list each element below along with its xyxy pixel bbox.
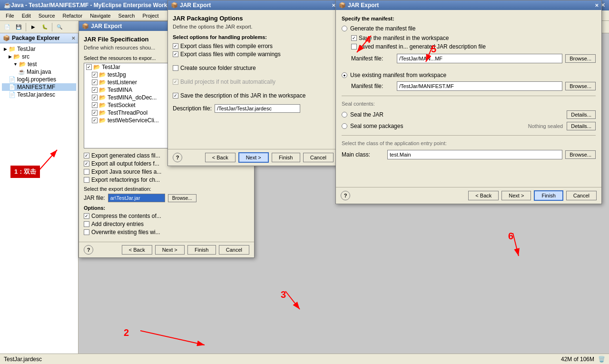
jar-dialog-1-footer: ? < Back Next > Finish Cancel (79, 242, 254, 257)
jar-dialog-3-cancel-btn[interactable]: Cancel (566, 191, 597, 200)
package-explorer-icon: 📦 (3, 35, 10, 41)
checkbox-save-description[interactable] (173, 93, 178, 98)
opt-compile-errors: Export class files with compile errors (173, 43, 334, 49)
menu-refactor[interactable]: Refactor (59, 12, 87, 20)
checkbox-testsocket[interactable] (92, 102, 98, 108)
checkbox-testjar[interactable] (86, 64, 92, 70)
jar-dialog-3-close[interactable]: ✕ (595, 3, 599, 8)
jar-dialog-2-back-btn[interactable]: < Back (205, 153, 236, 162)
jar-dialog-3-next-btn[interactable]: Next > (501, 191, 531, 200)
jar-dialog-1-next-btn[interactable]: Next > (155, 245, 185, 255)
tree-item-label: TestJar (17, 46, 36, 52)
status-bar: TestJar.jardesc 42M of 106M 🗑️ (0, 354, 609, 364)
checkbox-save-workspace[interactable] (351, 35, 357, 41)
toolbar-search[interactable]: 🔍 (54, 22, 65, 32)
toolbar-run[interactable]: ▶ (28, 22, 39, 32)
jar-dialog-1-help[interactable]: ? (84, 245, 93, 255)
checkbox-testwebservice[interactable] (92, 118, 98, 123)
jar-dialog-2-finish-btn[interactable]: Finish (272, 153, 300, 162)
tree-folder-icon: 📁 (9, 46, 16, 52)
menu-search[interactable]: Search (115, 12, 139, 20)
jar-browse-btn[interactable]: Browse... (168, 194, 196, 202)
manifest-file-input-2[interactable] (397, 81, 562, 91)
checkbox-output-folders[interactable] (84, 161, 89, 167)
main-class-browse-btn[interactable]: Browse... (565, 150, 596, 159)
jar-dialog-1-cancel-btn[interactable]: Cancel (219, 245, 249, 255)
description-file-input[interactable]: /TestJar/TestJar.jardesc (215, 104, 300, 113)
package-explorer-title: Package Explorer (12, 35, 60, 41)
package-explorer-tree: ▶ 📁 TestJar ▶ 📂 src ▼ 📂 test ☕ Main.java… (0, 43, 78, 354)
checkbox-create-source[interactable] (173, 65, 178, 71)
toolbar-new[interactable]: 📄 (2, 22, 12, 32)
checkbox-testmina[interactable] (92, 87, 98, 93)
toolbar-debug[interactable]: 🐛 (39, 22, 50, 32)
jar-dialog-3-titlebar: 📦 JAR Export ✕ (336, 0, 601, 10)
tree-item-main[interactable]: ☕ Main.java (2, 68, 76, 76)
manifest-file-input-1[interactable] (397, 54, 562, 63)
manifest-browse-btn-2[interactable]: Browse... (565, 82, 596, 90)
radio-seal-packages[interactable] (342, 123, 347, 129)
specify-manifest-label: Specify the manifest: (342, 16, 596, 21)
checkbox-directory[interactable] (84, 221, 89, 227)
menu-edit[interactable]: Edit (18, 12, 35, 20)
status-text: TestJar.jardesc (4, 356, 42, 363)
jar-dialog-1-back-btn[interactable]: < Back (122, 245, 152, 255)
checkbox-compress[interactable] (84, 213, 89, 219)
jar-dialog-2-close[interactable]: ✕ (332, 3, 335, 8)
checkbox-compile-warnings[interactable] (173, 51, 178, 57)
tree-item-testjar[interactable]: ▶ 📁 TestJar (2, 45, 76, 53)
package-explorer-close[interactable]: ✕ (71, 36, 75, 41)
menu-source[interactable]: Source (35, 12, 59, 20)
jar-file-input[interactable]: ar\TestJar.jar (108, 194, 165, 202)
tree-file-icon: 📄 (9, 84, 16, 90)
tree-item-log4j[interactable]: 📄 log4j.properties (2, 76, 76, 83)
radio-use-existing[interactable] (342, 72, 347, 78)
jar-dialog-3-back-btn[interactable]: < Back (468, 191, 499, 200)
checkbox-testjpg[interactable] (92, 72, 98, 78)
divider-1 (342, 96, 596, 96)
tree-file-icon: 📄 (9, 91, 16, 98)
jar-dialog-2-help[interactable]: ? (173, 153, 182, 162)
jar-dialog-2-next-btn[interactable]: Next > (238, 152, 269, 163)
radio-generate[interactable] (342, 26, 347, 31)
jar-dialog-1-finish-btn[interactable]: Finish (187, 245, 216, 255)
jar-icon-3: 📦 (339, 2, 346, 9)
checkbox-testmina-dodec[interactable] (92, 95, 98, 100)
main-class-input[interactable] (387, 150, 562, 159)
checkbox-overwrite[interactable] (84, 229, 89, 235)
checkbox-build-projects[interactable] (173, 79, 178, 85)
jar-dialog-3-help[interactable]: ? (341, 191, 350, 200)
opt-compile-warnings: Export class files with compile warnings (173, 51, 334, 58)
checkbox-class-errors[interactable] (84, 153, 89, 158)
menu-file[interactable]: File (2, 12, 18, 20)
jar-dialog-2-section-title: JAR Packaging Options (173, 15, 334, 22)
nothing-sealed-label: Nothing sealed (528, 123, 563, 129)
seal-packages-details-btn[interactable]: Details... (567, 122, 596, 130)
checkbox-java-source[interactable] (84, 169, 89, 175)
tree-item-src[interactable]: ▶ 📂 src (2, 53, 76, 60)
jar-dialog-2-cancel-btn[interactable]: Cancel (303, 153, 334, 162)
folder-icon: 📂 (99, 109, 106, 116)
radio-seal-jar[interactable] (342, 112, 347, 118)
manifest-file-label-2: Manifest file: (351, 83, 394, 89)
toolbar-save[interactable]: 💾 (13, 22, 24, 32)
menu-project[interactable]: Project (138, 12, 162, 20)
menu-navigate[interactable]: Navigate (86, 12, 114, 20)
checkbox-use-saved[interactable] (351, 44, 357, 49)
checkbox-compile-errors[interactable] (173, 43, 178, 49)
checkbox-testlistener[interactable] (92, 79, 98, 85)
folder-icon: 📂 (99, 79, 106, 86)
jar-dialog-2-section-desc: Define the options the JAR export. (173, 24, 334, 30)
opt-build-projects: Build projects if not built automaticall… (173, 79, 334, 85)
seal-jar-details-btn[interactable]: Details... (567, 110, 596, 119)
jar-dialog-3-finish-btn[interactable]: Finish (534, 190, 563, 201)
checkbox-refactorings[interactable] (84, 177, 89, 183)
jar-dialog-1-title: JAR Export (91, 23, 122, 30)
tree-item-jardesc[interactable]: 📄 TestJar.jardesc (2, 91, 76, 98)
tree-item-test[interactable]: ▼ 📂 test (2, 60, 76, 68)
checkbox-testthreadpool[interactable] (92, 110, 98, 116)
tree-item-manifest[interactable]: 📄 MANIFEST.MF (2, 83, 76, 91)
options-label: Options: (84, 205, 249, 211)
seal-section: Seal contents: Seal the JAR Details... S… (342, 101, 596, 130)
manifest-browse-btn-1[interactable]: Browse... (565, 54, 596, 63)
